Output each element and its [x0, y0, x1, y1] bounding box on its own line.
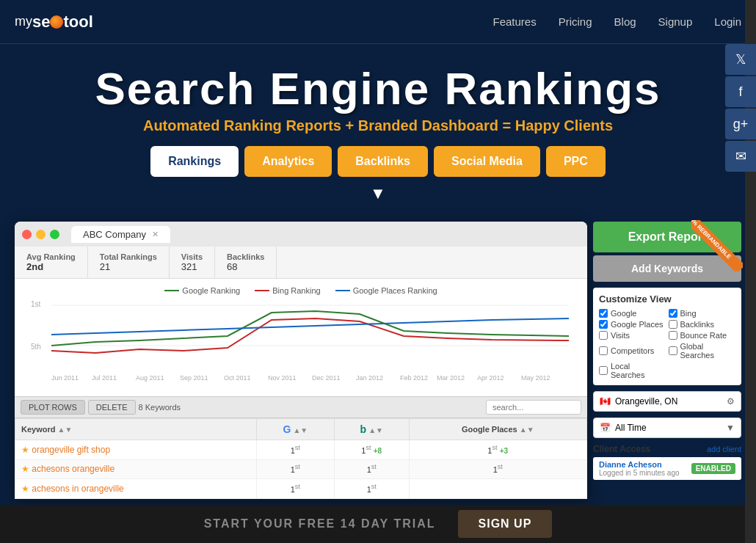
stat-avg-ranking: Avg Ranking 2nd: [15, 247, 88, 278]
nav-features[interactable]: Features: [493, 15, 536, 28]
svg-text:5th: 5th: [31, 343, 41, 351]
client-status: Logged in 5 minutes ago: [599, 469, 680, 477]
checkbox-backlinks: Backlinks: [669, 320, 736, 329]
svg-text:1st: 1st: [31, 300, 41, 308]
tab-social-media[interactable]: Social Media: [434, 146, 540, 177]
mac-maximize-btn[interactable]: [50, 230, 59, 239]
col-bing: b ▲▼: [335, 419, 410, 440]
dashboard-wrapper: ABC Company ✕ Avg Ranking 2nd Total Rank…: [0, 222, 756, 499]
enabled-badge: ENABLED: [691, 463, 735, 474]
google-plus-icon[interactable]: g+: [725, 109, 756, 139]
twitter-icon[interactable]: 𝕏: [725, 44, 756, 75]
tab-ppc[interactable]: PPC: [546, 146, 606, 177]
right-panel: Export Report 100% REBRANDABLE Add Keywo…: [587, 222, 741, 499]
mac-tab-close-icon[interactable]: ✕: [152, 230, 159, 239]
logo-o-icon: [50, 15, 63, 29]
nav-links: Features Pricing Blog Signup Login: [493, 15, 741, 29]
svg-text:Oct 2011: Oct 2011: [224, 374, 251, 382]
backlinks-checkbox[interactable]: [669, 320, 677, 329]
ranking-chart: 1st 5th Jun 2011 Jul 2011 Aug 2011 Sep 2…: [26, 298, 575, 382]
signup-button[interactable]: SIGN UP: [458, 510, 553, 538]
client-item: Dianne Acheson Logged in 5 minutes ago E…: [593, 457, 741, 480]
keywords-count: 8 Keywords: [139, 403, 181, 412]
logo-tool: tool: [63, 12, 92, 32]
checkbox-visits: Visits: [599, 331, 666, 340]
location-select[interactable]: 🇨🇦 Orangeville, ON ⚙: [593, 391, 741, 412]
location-value: Orangeville, ON: [615, 396, 677, 407]
google-checkbox[interactable]: [599, 309, 608, 318]
logo[interactable]: mysetool: [15, 12, 93, 32]
keyword-link[interactable]: achesons orangeville: [32, 464, 115, 474]
nav-blog[interactable]: Blog: [614, 15, 636, 28]
global-searches-checkbox[interactable]: [669, 346, 677, 355]
table-row: ★ achesons in orangeville 1st 1st: [15, 479, 587, 499]
competitors-checkbox[interactable]: [599, 346, 608, 355]
nav-signup[interactable]: Signup: [658, 15, 693, 28]
visits-checkbox[interactable]: [599, 331, 608, 340]
delete-button[interactable]: DELETE: [88, 400, 136, 415]
bing-line-icon: [255, 290, 269, 291]
stat-total-rankings: Total Rankings 21: [88, 247, 170, 278]
logo-my: my: [15, 14, 32, 29]
svg-text:Jul 2011: Jul 2011: [92, 374, 117, 382]
table-row: ★ orangeville gift shop 1st 1st +8 1st +…: [15, 440, 587, 460]
checkbox-local-searches: Local Searches: [599, 362, 666, 379]
legend-google: Google Ranking: [164, 286, 240, 295]
table-row: ★ achesons orangeville 1st 1st 1st: [15, 459, 587, 479]
email-icon[interactable]: ✉: [725, 141, 756, 172]
logo-seo: se: [32, 12, 50, 32]
mac-titlebar: ABC Company ✕: [15, 222, 587, 247]
legend-places: Google Places Ranking: [335, 286, 437, 295]
keyword-link[interactable]: orangeville gift shop: [32, 445, 110, 455]
keywords-table: Keyword ▲▼ G ▲▼ b ▲▼ Google Places ▲▼: [15, 418, 587, 499]
arrow-down-icon: [15, 184, 741, 203]
svg-text:Sep 2011: Sep 2011: [180, 374, 208, 382]
keyword-link[interactable]: achesons in orangeville: [32, 484, 123, 494]
tab-title: ABC Company: [83, 229, 146, 240]
chart-legend: Google Ranking Bing Ranking Google Place…: [26, 286, 575, 295]
nav-pricing[interactable]: Pricing: [559, 15, 592, 28]
bounce-rate-checkbox[interactable]: [669, 331, 677, 340]
bing-checkbox[interactable]: [669, 309, 677, 318]
col-google: G ▲▼: [256, 419, 334, 440]
svg-text:Jan 2012: Jan 2012: [356, 374, 383, 382]
keyword-cell: ★ achesons in orangeville: [15, 479, 257, 499]
cta-bar: START YOUR FREE 14 DAY TRIAL SIGN UP: [0, 505, 756, 543]
rebrandable-badge: 100% REBRANDABLE: [691, 220, 743, 272]
customize-section: Customize View Google Bing Google Places…: [593, 288, 741, 385]
checkbox-google: Google: [599, 309, 666, 318]
google-line-icon: [164, 290, 179, 291]
add-client-link[interactable]: add client: [707, 445, 741, 453]
checkbox-competitors: Competitors: [599, 342, 666, 360]
client-section: Client Access add client Dianne Acheson …: [593, 444, 741, 480]
facebook-icon[interactable]: f: [725, 76, 756, 107]
location-settings-icon[interactable]: ⚙: [727, 396, 735, 407]
checkbox-bounce-rate: Bounce Rate: [669, 331, 736, 340]
checkbox-bing: Bing: [669, 309, 736, 318]
local-searches-checkbox[interactable]: [599, 366, 608, 375]
calendar-icon: 📅: [600, 423, 611, 433]
social-sidebar: 𝕏 f g+ ✉: [725, 44, 756, 172]
plot-rows-button[interactable]: PLOT ROWS: [21, 400, 85, 415]
svg-text:Jun 2011: Jun 2011: [51, 374, 79, 382]
svg-text:Mar 2012: Mar 2012: [437, 374, 465, 382]
search-input[interactable]: [486, 400, 581, 415]
nav-login[interactable]: Login: [714, 15, 741, 28]
table-controls: PLOT ROWS DELETE 8 Keywords: [15, 396, 587, 418]
mac-minimize-btn[interactable]: [36, 230, 46, 239]
flag-icon: 🇨🇦: [600, 396, 611, 407]
places-checkbox[interactable]: [599, 320, 608, 329]
checkbox-global-searches: Global Searches: [669, 342, 736, 360]
time-select[interactable]: 📅 All Time ▼: [593, 418, 741, 438]
svg-text:Apr 2012: Apr 2012: [477, 374, 504, 382]
tab-analytics[interactable]: Analytics: [244, 146, 332, 177]
mac-tab[interactable]: ABC Company ✕: [71, 226, 170, 243]
mac-close-btn[interactable]: [22, 230, 32, 239]
tab-rankings[interactable]: Rankings: [150, 146, 239, 177]
client-name: Dianne Acheson: [599, 460, 680, 469]
col-places: Google Places ▲▼: [409, 419, 587, 440]
stat-visits: Visits 321: [170, 247, 215, 278]
tab-backlinks[interactable]: Backlinks: [338, 146, 428, 177]
legend-bing: Bing Ranking: [255, 286, 320, 295]
chevron-down-icon: ▼: [726, 423, 735, 433]
